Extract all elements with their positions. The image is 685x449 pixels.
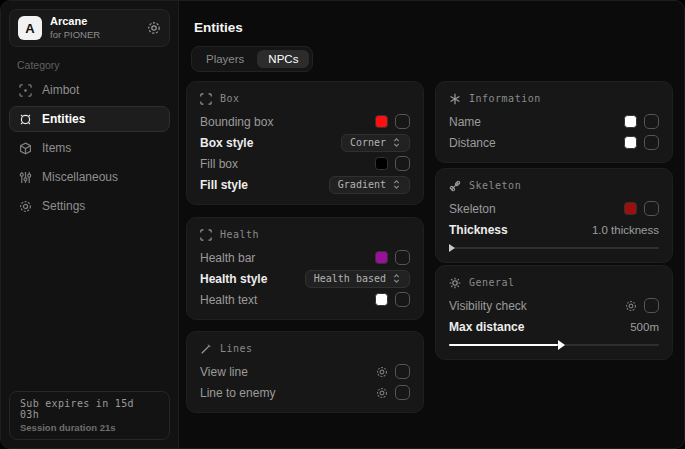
sidebar-item-entities[interactable]: Entities: [9, 106, 170, 132]
box-style-dropdown[interactable]: Corner: [341, 134, 410, 152]
setting-row: Bounding box: [200, 111, 410, 132]
setting-row: Fill box: [200, 153, 410, 174]
header-gear-icon[interactable]: [147, 21, 161, 35]
max-distance-slider[interactable]: [449, 340, 659, 350]
sidebar-item-aimbot[interactable]: Aimbot: [9, 77, 170, 103]
sidebar-item-label: Aimbot: [42, 83, 79, 97]
fill-box-checkbox[interactable]: [395, 156, 410, 171]
card-title: Health: [220, 229, 259, 240]
distance-checkbox[interactable]: [644, 135, 659, 150]
sidebar-item-label: Settings: [42, 199, 85, 213]
lines-card: Lines View line Line to enemy: [186, 331, 424, 413]
sidebar-item-label: Items: [42, 141, 71, 155]
general-card-header: General: [449, 275, 659, 290]
skeleton-checkbox[interactable]: [644, 201, 659, 216]
app-header: A Arcane for PIONER: [9, 9, 170, 47]
bounding-box-checkbox[interactable]: [395, 114, 410, 129]
setting-label: Fill box: [200, 157, 375, 171]
setting-row: Thickness 1.0 thickness: [449, 219, 659, 240]
setting-label: Box style: [200, 136, 341, 150]
pencil-line-icon: [200, 343, 212, 355]
setting-row: Health bar: [200, 247, 410, 268]
unfold-icon: [392, 138, 401, 147]
fill-style-dropdown[interactable]: Gradient: [329, 176, 410, 194]
card-title: Information: [469, 93, 541, 104]
sub-expiry-text: Sub expires in 15d 03h: [20, 398, 159, 420]
setting-row: Fill style Gradient: [200, 174, 410, 195]
slider-handle[interactable]: [558, 340, 565, 350]
unfold-icon: [392, 180, 401, 189]
sidebar: A Arcane for PIONER Category A: [1, 1, 179, 448]
thickness-value: 1.0 thickness: [592, 224, 659, 236]
lines-card-header: Lines: [200, 341, 410, 356]
setting-label: Name: [449, 115, 624, 129]
page-title: Entities: [194, 20, 243, 35]
crosshair-icon: [19, 84, 32, 97]
brackets-icon: [200, 229, 212, 241]
session-duration-text: Session duration 21s: [20, 422, 159, 433]
sidebar-nav: Aimbot Entities Items: [1, 77, 178, 219]
setting-label: Health text: [200, 293, 375, 307]
tab-players[interactable]: Players: [195, 50, 255, 68]
sidebar-item-miscellaneous[interactable]: Miscellaneous: [9, 164, 170, 190]
thickness-slider[interactable]: [449, 243, 659, 253]
setting-label: Distance: [449, 136, 624, 150]
color-swatch[interactable]: [624, 136, 637, 149]
color-swatch[interactable]: [375, 251, 388, 264]
dropdown-value: Corner: [350, 137, 386, 148]
setting-row: View line: [200, 361, 410, 382]
app-title-block: Arcane for PIONER: [50, 15, 100, 41]
health-bar-checkbox[interactable]: [395, 250, 410, 265]
dropdown-value: Gradient: [338, 179, 386, 190]
box-card: Box Bounding box Box style Corner Fill b…: [186, 81, 424, 205]
gear-icon: [19, 200, 32, 213]
visibility-check-checkbox[interactable]: [644, 298, 659, 313]
color-swatch[interactable]: [375, 157, 388, 170]
dropdown-value: Health based: [314, 273, 386, 284]
color-swatch[interactable]: [375, 293, 388, 306]
line-to-enemy-checkbox[interactable]: [395, 385, 410, 400]
sun-icon: [449, 277, 461, 289]
card-title: Lines: [220, 343, 253, 354]
setting-label: Line to enemy: [200, 386, 376, 400]
skeleton-card-header: Skeleton: [449, 178, 659, 193]
asterisk-icon: [449, 93, 461, 105]
name-checkbox[interactable]: [644, 114, 659, 129]
app-window: A Arcane for PIONER Category A: [0, 0, 685, 449]
color-swatch[interactable]: [624, 202, 637, 215]
skeleton-card: Skeleton Skeleton Thickness 1.0 thicknes…: [435, 168, 673, 263]
setting-label: Max distance: [449, 320, 630, 334]
setting-row: Box style Corner: [200, 132, 410, 153]
information-card: Information Name Distance: [435, 81, 673, 163]
app-logo: A: [18, 16, 42, 40]
visibility-check-config-gear-icon[interactable]: [625, 300, 637, 312]
setting-label: Skeleton: [449, 202, 624, 216]
general-card: General Visibility check Max distance 50…: [435, 265, 673, 360]
setting-label: Bounding box: [200, 115, 375, 129]
bone-icon: [449, 180, 461, 192]
sidebar-item-label: Miscellaneous: [42, 170, 118, 184]
sidebar-item-label: Entities: [42, 112, 85, 126]
setting-label: View line: [200, 365, 376, 379]
setting-label: Health bar: [200, 251, 375, 265]
card-title: Box: [220, 93, 240, 104]
slider-handle[interactable]: [449, 244, 455, 252]
sidebar-item-items[interactable]: Items: [9, 135, 170, 161]
unfold-icon: [392, 274, 401, 283]
health-text-checkbox[interactable]: [395, 292, 410, 307]
color-swatch[interactable]: [375, 115, 388, 128]
setting-row: Visibility check: [449, 295, 659, 316]
health-style-dropdown[interactable]: Health based: [305, 270, 410, 288]
setting-row: Health text: [200, 289, 410, 310]
category-label: Category: [17, 59, 178, 71]
sidebar-item-settings[interactable]: Settings: [9, 193, 170, 219]
color-swatch[interactable]: [624, 115, 637, 128]
line-to-enemy-config-gear-icon[interactable]: [376, 387, 388, 399]
app-subtitle: for PIONER: [50, 29, 100, 41]
view-line-checkbox[interactable]: [395, 364, 410, 379]
tab-npcs[interactable]: NPCs: [257, 50, 309, 68]
sliders-icon: [19, 171, 32, 184]
view-line-config-gear-icon[interactable]: [376, 366, 388, 378]
setting-label: Fill style: [200, 178, 329, 192]
card-title: Skeleton: [469, 180, 521, 191]
